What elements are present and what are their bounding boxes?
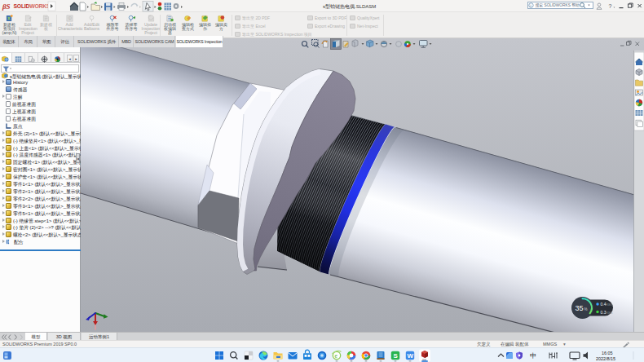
svg-text:35: 35 [576, 304, 584, 312]
svg-text:中: 中 [530, 352, 536, 360]
svg-text:SOLIDWORKS: SOLIDWORKS [14, 3, 51, 9]
svg-text:16:05: 16:05 [602, 351, 613, 355]
svg-text:βS: βS [2, 2, 11, 11]
svg-text:Φ: Φ [68, 15, 72, 21]
svg-text:搜索 SOLIDWORKS 帮助: 搜索 SOLIDWORKS 帮助 [536, 2, 580, 8]
svg-text:S: S [394, 352, 399, 360]
svg-text:W: W [407, 352, 413, 360]
svg-text:0.4: 0.4 [601, 302, 607, 307]
svg-text:?: ? [609, 3, 612, 9]
svg-text:0.3: 0.3 [601, 310, 607, 315]
svg-text:%: % [584, 307, 588, 311]
svg-text:KB/s: KB/s [607, 311, 612, 315]
svg-text:KB/s: KB/s [607, 303, 612, 307]
svg-text:2022/8/15: 2022/8/15 [596, 356, 615, 361]
svg-text:i: i [530, 3, 531, 8]
